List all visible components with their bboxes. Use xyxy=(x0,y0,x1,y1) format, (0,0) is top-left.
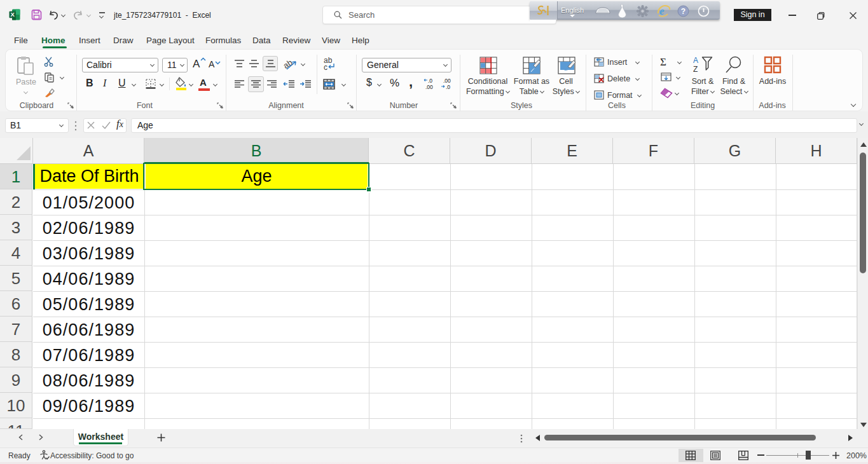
svg-text:Z: Z xyxy=(693,65,698,73)
svg-text:.0: .0 xyxy=(428,78,432,84)
svg-text:?: ? xyxy=(681,7,685,16)
svg-text:.00: .00 xyxy=(425,84,433,90)
svg-text:A: A xyxy=(693,56,698,65)
svg-text:c: c xyxy=(324,63,327,71)
svg-text:.00: .00 xyxy=(443,78,451,84)
svg-text:.0: .0 xyxy=(446,84,450,90)
svg-text:X: X xyxy=(11,11,15,18)
